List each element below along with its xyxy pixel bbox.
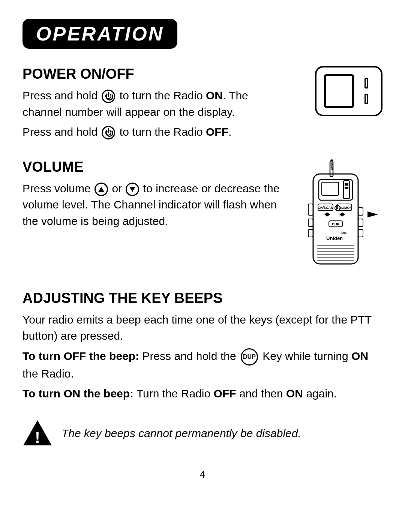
svg-text:Uniden: Uniden [330,159,334,170]
power-paragraph2: Press and hold to turn the Radio OFF. [22,124,278,140]
beeps-on-text2: and then [239,387,286,400]
warning-text: The key beeps cannot permanently be disa… [62,426,301,441]
power-p1-before: Press and hold [22,89,100,102]
volume-text-block: VOLUME Press volume or to increase or de… [22,155,285,233]
operation-header: OPERATION [22,19,177,49]
power-p1-after: to turn the Radio [120,89,206,102]
svg-marker-0 [98,187,104,192]
power-display-area [278,62,382,116]
vol-text-before: Press volume [22,182,94,195]
lcd-seg-top [364,78,368,88]
svg-marker-1 [129,187,135,192]
svg-rect-31 [358,208,363,215]
vol-or: or [112,182,125,195]
beeps-intro: Your radio emits a beep each time one of… [22,312,382,344]
beeps-section: ADJUSTING THE KEY BEEPS Your radio emits… [22,290,382,402]
beeps-on-text: Turn the Radio [136,387,214,400]
svg-text:CH/SCAN: CH/SCAN [318,206,333,210]
power-p2-before: Press and hold [22,126,100,138]
svg-rect-32 [358,219,363,226]
svg-rect-5 [322,182,339,195]
svg-marker-14 [324,212,327,217]
svg-rect-2 [313,174,358,264]
power-svg-1 [104,92,112,100]
beeps-off-bold: ON [351,350,368,362]
volume-down-icon [126,183,139,196]
operation-title: OPERATION [36,23,164,45]
power-title: POWER ON/OFF [22,66,278,82]
beeps-off-text: Press and hold the [142,350,239,362]
beeps-turn-on: To turn ON the beep: Turn the Radio OFF … [22,385,382,402]
beeps-title: ADJUSTING THE KEY BEEPS [22,290,382,306]
svg-rect-28 [308,204,313,215]
svg-text:!: ! [35,429,40,446]
power-icon-2 [102,126,115,139]
volume-radio-img-area: CH/SCAN VOL/MON DUP MIC Uniden [285,155,382,279]
power-p1-bold: ON [206,89,223,102]
svg-marker-17 [342,212,345,217]
volume-paragraph: Press volume or to increase or decrease … [22,180,285,229]
beeps-off-end: Key while turning [262,350,351,362]
beeps-on-label: To turn ON the beep: [22,387,134,400]
beeps-turn-off: To turn OFF the beep: Press and hold the… [22,348,382,382]
svg-rect-7 [345,183,348,186]
beeps-on-off-bold: OFF [214,387,236,400]
down-arrow-svg [129,186,136,193]
svg-rect-4 [319,180,352,200]
svg-text:DUP: DUP [332,222,339,226]
volume-section: VOLUME Press volume or to increase or de… [22,155,382,279]
power-p2-end: . [228,126,231,138]
power-p2-after: to turn the Radio [120,126,206,138]
svg-rect-29 [308,219,313,226]
svg-rect-30 [308,229,313,237]
lcd-seg-bottom [364,94,368,104]
beeps-off-final: the Radio. [22,367,74,380]
svg-marker-34 [368,211,378,217]
beeps-on-bold: ON [286,387,303,400]
dup-key-icon: DUP [241,348,258,366]
warning-triangle-icon: ! [22,418,52,448]
radio-svg: CH/SCAN VOL/MON DUP MIC Uniden [292,159,382,279]
beeps-on-end: again. [306,387,337,400]
power-icon-1 [102,90,115,103]
power-p2-bold: OFF [206,126,228,138]
svg-rect-8 [345,187,348,189]
svg-rect-33 [358,229,363,237]
up-arrow-svg [98,186,105,193]
power-section: POWER ON/OFF Press and hold to turn the … [22,62,382,144]
svg-marker-16 [339,212,342,217]
svg-text:Uniden: Uniden [326,235,343,241]
volume-title: VOLUME [22,159,285,175]
svg-text:MIC: MIC [341,231,348,235]
warning-box: ! The key beeps cannot permanently be di… [22,417,382,450]
lcd-display [315,66,382,116]
power-svg-2 [104,129,112,137]
power-paragraph1: Press and hold to turn the Radio ON. The… [22,87,278,120]
power-text-block: POWER ON/OFF Press and hold to turn the … [22,62,278,144]
svg-marker-15 [327,212,330,217]
svg-text:VOL/MON: VOL/MON [336,206,352,210]
volume-up-icon [94,183,108,196]
beeps-off-label: To turn OFF the beep: [22,350,139,362]
lcd-digit-main [324,74,354,108]
page-number: 4 [22,469,382,480]
lcd-digit-small [359,78,374,104]
